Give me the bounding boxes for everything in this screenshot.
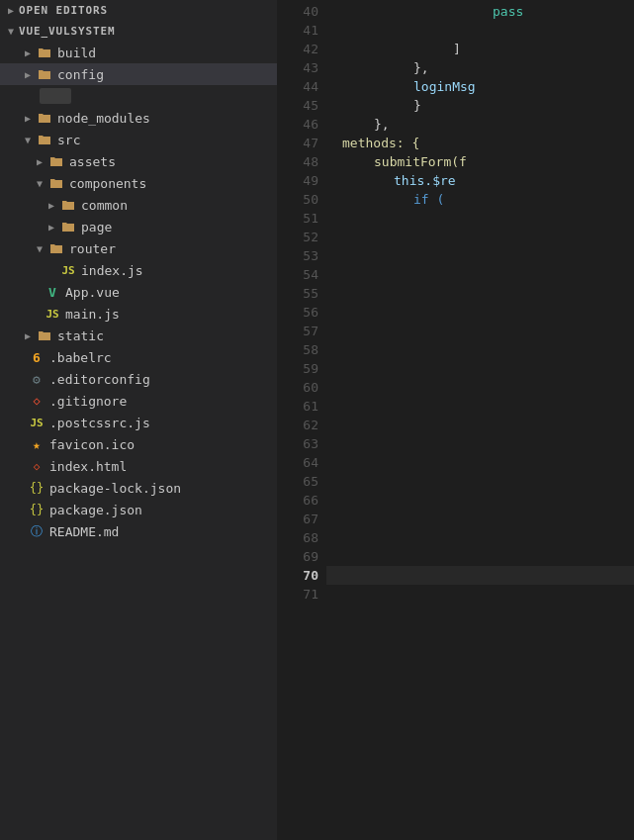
git-icon: ◇ xyxy=(28,392,45,410)
line-num-51: 51 xyxy=(277,209,318,228)
line-numbers: 40 41 42 43 44 45 46 47 48 49 50 51 52 5… xyxy=(277,0,326,840)
folder-icon xyxy=(36,44,53,61)
tree-item-label: index.html xyxy=(49,459,127,474)
line-num-49: 49 xyxy=(277,171,318,190)
json-icon: {} xyxy=(28,501,45,518)
html-icon: ◇ xyxy=(28,457,45,475)
vue-vulsystem-arrow: ▼ xyxy=(8,26,15,37)
tree-item-src[interactable]: ▼ src xyxy=(0,129,277,150)
folder-icon xyxy=(47,152,65,170)
tree-item-router-index-js[interactable]: JS index.js xyxy=(0,259,277,281)
file-explorer: ▶ OPEN EDITORS ▼ VUE_VULSYSTEM ▶ build ▶… xyxy=(0,0,277,840)
tree-item-components[interactable]: ▼ components xyxy=(0,172,277,194)
open-editors-arrow: ▶ xyxy=(8,5,15,16)
tree-item-index-html[interactable]: ◇ index.html xyxy=(0,455,277,477)
tree-item-favicon[interactable]: ★ favicon.ico xyxy=(0,433,277,455)
code-line-61 xyxy=(326,397,634,416)
code-line-51 xyxy=(326,209,634,228)
tree-item-package-lock[interactable]: {} package-lock.json xyxy=(0,477,277,499)
tree-item-blurred[interactable] xyxy=(0,85,277,107)
folder-open-icon xyxy=(36,131,53,148)
js-icon: JS xyxy=(28,414,45,431)
tree-item-build[interactable]: ▶ build xyxy=(0,42,277,63)
code-line-68 xyxy=(326,528,634,547)
folder-icon xyxy=(59,196,77,214)
tree-item-main-js[interactable]: JS main.js xyxy=(0,303,277,325)
tree-item-label: index.js xyxy=(81,263,143,278)
code-line-60 xyxy=(326,378,634,397)
tree-item-label: package-lock.json xyxy=(49,481,181,496)
code-line-53 xyxy=(326,246,634,265)
code-line-55 xyxy=(326,284,634,303)
tree-item-label: src xyxy=(57,133,80,147)
tree-item-babelrc[interactable]: 6 .babelrc xyxy=(0,346,277,368)
code-line-47: methods: { xyxy=(326,134,634,152)
tree-item-label: static xyxy=(57,328,104,343)
line-num-53: 53 xyxy=(277,246,318,265)
tree-item-label: assets xyxy=(69,154,116,169)
tree-item-app-vue[interactable]: V App.vue xyxy=(0,281,277,303)
editor-area: 40 41 42 43 44 45 46 47 48 49 50 51 52 5… xyxy=(277,0,634,840)
line-num-69: 69 xyxy=(277,547,318,566)
code-line-48: submitForm(f xyxy=(326,152,634,171)
code-line-41 xyxy=(326,21,634,40)
tree-item-config[interactable]: ▶ config xyxy=(0,63,277,85)
tree-item-node-modules[interactable]: ▶ node_modules xyxy=(0,107,277,129)
code-line-71 xyxy=(326,585,634,604)
code-line-66 xyxy=(326,491,634,510)
line-num-71: 71 xyxy=(277,585,318,604)
folder-icon xyxy=(36,109,53,127)
babel-icon: 6 xyxy=(28,348,45,366)
tree-item-label: components xyxy=(69,176,146,191)
tree-item-readme[interactable]: ⓘ README.md xyxy=(0,520,277,542)
vue-vulsystem-header[interactable]: ▼ VUE_VULSYSTEM xyxy=(0,21,277,42)
tree-item-static[interactable]: ▶ static xyxy=(0,325,277,346)
code-line-44: loginMsg xyxy=(326,77,634,96)
tree-item-label: page xyxy=(81,220,112,234)
tree-item-package-json[interactable]: {} package.json xyxy=(0,499,277,520)
tree-item-label: router xyxy=(69,241,116,256)
folder-icon xyxy=(59,218,77,235)
line-num-56: 56 xyxy=(277,303,318,322)
code-display[interactable]: pass ] }, loginMsg } }, xyxy=(326,0,634,840)
tree-item-label: node_modules xyxy=(57,111,150,126)
code-line-52 xyxy=(326,228,634,246)
line-num-41: 41 xyxy=(277,21,318,40)
vue-vulsystem-label: VUE_VULSYSTEM xyxy=(19,25,116,38)
line-num-58: 58 xyxy=(277,340,318,359)
js-icon: JS xyxy=(44,305,61,323)
tree-item-common[interactable]: ▶ common xyxy=(0,194,277,216)
folder-icon xyxy=(36,327,53,344)
line-num-47: 47 xyxy=(277,134,318,152)
tree-item-router[interactable]: ▼ router xyxy=(0,237,277,259)
tree-item-gitignore[interactable]: ◇ .gitignore xyxy=(0,390,277,412)
line-num-54: 54 xyxy=(277,265,318,284)
line-num-50: 50 xyxy=(277,190,318,209)
line-num-60: 60 xyxy=(277,378,318,397)
line-num-42: 42 xyxy=(277,40,318,58)
line-num-66: 66 xyxy=(277,491,318,510)
tree-item-postcssrc[interactable]: JS .postcssrc.js xyxy=(0,412,277,433)
line-num-61: 61 xyxy=(277,397,318,416)
code-line-46: }, xyxy=(326,115,634,134)
line-num-70: 70 xyxy=(277,566,318,585)
info-icon: ⓘ xyxy=(28,522,45,540)
open-editors-header[interactable]: ▶ OPEN EDITORS xyxy=(0,0,277,21)
line-num-46: 46 xyxy=(277,115,318,134)
code-line-59 xyxy=(326,359,634,378)
line-num-55: 55 xyxy=(277,284,318,303)
star-icon: ★ xyxy=(28,435,45,453)
code-line-49: this.$re xyxy=(326,171,634,190)
line-num-45: 45 xyxy=(277,96,318,115)
code-line-69 xyxy=(326,547,634,566)
tree-item-editorconfig[interactable]: ⚙ .editorconfig xyxy=(0,368,277,390)
line-num-40: 40 xyxy=(277,2,318,21)
tree-item-page[interactable]: ▶ page xyxy=(0,216,277,237)
code-line-57 xyxy=(326,322,634,340)
code-line-43: }, xyxy=(326,58,634,77)
line-num-43: 43 xyxy=(277,58,318,77)
tree-item-assets[interactable]: ▶ assets xyxy=(0,150,277,172)
line-num-67: 67 xyxy=(277,510,318,528)
code-line-63 xyxy=(326,434,634,453)
json-icon: {} xyxy=(28,479,45,497)
